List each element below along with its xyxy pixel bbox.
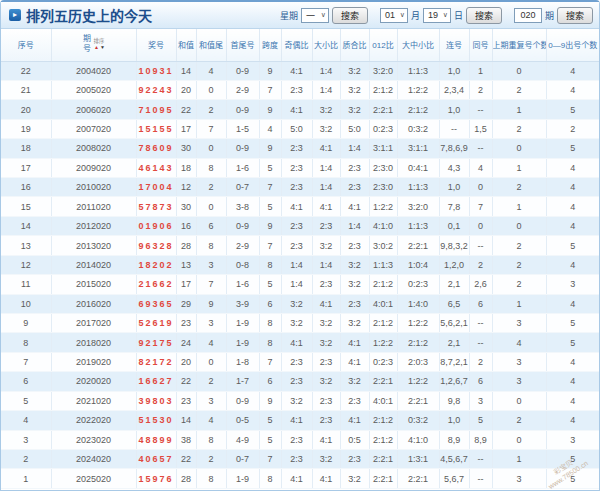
cell-col10: 1:1:3 xyxy=(369,255,397,274)
cell-col13: -- xyxy=(469,469,492,489)
cell-col3: 28 xyxy=(176,469,196,489)
cell-col3: 20 xyxy=(176,80,196,99)
cell-col1: 2011020 xyxy=(51,197,136,216)
cell-col6: 6 xyxy=(259,372,281,391)
cell-col7: 2:3 xyxy=(281,80,312,99)
day-select[interactable]: 19 ∨ xyxy=(423,8,451,23)
cell-col6: 9 xyxy=(259,391,281,410)
cell-col6: 8 xyxy=(259,333,281,352)
sort-control[interactable]: 排序▲▼ xyxy=(93,38,105,50)
cell-col0: 14 xyxy=(1,216,51,235)
column-header-13: 同号 xyxy=(469,29,492,61)
cell-col3: 14 xyxy=(176,61,196,80)
cell-col13: 5 xyxy=(469,411,492,430)
cell-col4: 6 xyxy=(196,216,226,235)
search-button-issue[interactable]: 搜索 xyxy=(557,7,593,24)
cell-col0: 3 xyxy=(1,430,51,449)
cell-col11: 3:1:1 xyxy=(397,139,439,158)
cell-col1: 2010020 xyxy=(51,178,136,197)
day-select-value: 19 xyxy=(428,10,438,20)
cell-col3: 30 xyxy=(176,139,196,158)
cell-col11: 4:1:0 xyxy=(397,430,439,449)
cell-col4: 2 xyxy=(196,100,226,119)
cell-col5: 0-9 xyxy=(226,391,259,410)
search-button-week[interactable]: 搜索 xyxy=(332,7,368,24)
cell-col14: 3 xyxy=(492,313,546,332)
cell-col8: 3:2 xyxy=(312,119,340,138)
cell-col5: 0-9 xyxy=(226,216,259,235)
cell-col15: 4 xyxy=(546,61,599,80)
cell-col12: 2,3,4 xyxy=(439,80,469,99)
cell-col12: 1,0 xyxy=(439,411,469,430)
cell-col15: 4 xyxy=(546,197,599,216)
cell-col7: 2:3 xyxy=(281,236,312,255)
sort-asc-icon[interactable]: ▲ xyxy=(94,45,99,50)
cell-col10: 2:1:2 xyxy=(369,313,397,332)
cell-col7: 2:3 xyxy=(281,352,312,371)
cell-col0: 6 xyxy=(1,372,51,391)
cell-col2: 15155 xyxy=(136,119,176,138)
cell-col3: 12 xyxy=(176,178,196,197)
cell-col12: 8,7,2,1 xyxy=(439,352,469,371)
cell-col14: 0 xyxy=(492,216,546,235)
cell-col7: 4:1 xyxy=(281,61,312,80)
month-select[interactable]: 01 ∨ xyxy=(380,8,408,23)
cell-col12: 9,8 xyxy=(439,391,469,410)
cell-col8: 3:2 xyxy=(312,372,340,391)
cell-col8: 1:4 xyxy=(312,255,340,274)
cell-col11: 0:4:1 xyxy=(397,158,439,177)
cell-col12: 2,1 xyxy=(439,275,469,294)
table-row: 42022020515301440-554:12:34:12:1:20:3:21… xyxy=(1,411,599,430)
cell-col1: 2008020 xyxy=(51,139,136,158)
day-label: 日 xyxy=(454,9,463,22)
cell-col2: 18202 xyxy=(136,255,176,274)
column-header-6: 跨度 xyxy=(259,29,281,61)
sort-desc-icon[interactable]: ▼ xyxy=(100,45,105,50)
cell-col4: 4 xyxy=(196,61,226,80)
cell-col1: 2012020 xyxy=(51,216,136,235)
column-header-15: 0—9出号个数 xyxy=(546,29,599,61)
cell-col14: 0 xyxy=(492,61,546,80)
cell-col12: 8,9 xyxy=(439,430,469,449)
column-header-4: 和值尾 xyxy=(196,29,226,61)
table-row: 82018020921752441-984:13:24:11:2:22:1:22… xyxy=(1,333,599,352)
cell-col13: 1,5 xyxy=(469,119,492,138)
cell-col3: 20 xyxy=(176,352,196,371)
weekday-select[interactable]: 一 ∨ xyxy=(301,8,329,23)
cell-col1: 2013020 xyxy=(51,236,136,255)
cell-col5: 3-9 xyxy=(226,294,259,313)
cell-col0: 7 xyxy=(1,352,51,371)
cell-col7: 4:1 xyxy=(281,197,312,216)
cell-col8: 2:3 xyxy=(312,352,340,371)
cell-col2: 92243 xyxy=(136,80,176,99)
cell-col15: 4 xyxy=(546,352,599,371)
cell-col8: 3:2 xyxy=(312,333,340,352)
cell-col6: 5 xyxy=(259,411,281,430)
cell-col4: 8 xyxy=(196,469,226,489)
cell-col3: 13 xyxy=(176,255,196,274)
history-panel: ▸ 排列五历史上的今天 星期 一 ∨ 搜索 01 ∨ 月 19 ∨ 日 搜索 xyxy=(0,0,600,491)
table-row: 182008020786093000-992:34:11:43:1:13:1:1… xyxy=(1,139,599,158)
cell-col11: 2:2:1 xyxy=(397,469,439,489)
cell-col14: 3 xyxy=(492,352,546,371)
cell-col11: 0:3:2 xyxy=(397,411,439,430)
search-button-date[interactable]: 搜索 xyxy=(466,7,502,24)
cell-col9: 2:3 xyxy=(340,236,369,255)
table-row: 202006020710952220-994:13:23:22:2:12:1:2… xyxy=(1,100,599,119)
cell-col6: 8 xyxy=(259,255,281,274)
cell-col1: 2017020 xyxy=(51,313,136,332)
cell-col2: 15976 xyxy=(136,469,176,489)
cell-col10: 2:1:2 xyxy=(369,430,397,449)
chevron-down-icon: ∨ xyxy=(443,11,448,19)
cell-col13: 6 xyxy=(469,294,492,313)
cell-col10: 4:0:1 xyxy=(369,391,397,410)
column-header-12: 连号 xyxy=(439,29,469,61)
cell-col4: 2 xyxy=(196,372,226,391)
cell-col14: 0 xyxy=(492,391,546,410)
cell-col4: 8 xyxy=(196,236,226,255)
issue-column-label: 期号 xyxy=(81,34,89,54)
cell-col9: 4:1 xyxy=(340,333,369,352)
cell-col5: 3-8 xyxy=(226,197,259,216)
cell-col9: 2:3 xyxy=(340,178,369,197)
issue-input[interactable] xyxy=(514,8,542,23)
